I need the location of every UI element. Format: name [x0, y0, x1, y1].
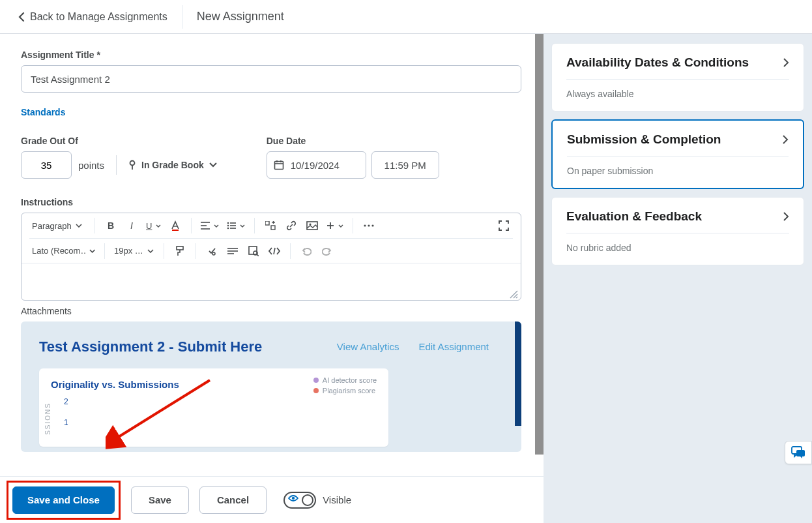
link-button[interactable]: [282, 217, 300, 235]
due-date-label: Due Date: [267, 136, 439, 146]
add-dropdown[interactable]: [324, 222, 346, 230]
due-time-input[interactable]: 11:59 PM: [371, 151, 439, 179]
preview-button[interactable]: [244, 242, 263, 260]
svg-point-0: [130, 161, 135, 166]
panel-evaluation-header[interactable]: Evaluation & Feedback: [566, 209, 789, 233]
panel-availability-header[interactable]: Availability Dates & Conditions: [566, 55, 789, 79]
panel-evaluation: Evaluation & Feedback No rubric added: [551, 197, 804, 265]
due-date-group: Due Date 10/19/2024 11:59 PM: [267, 136, 439, 179]
chevron-down-icon: [89, 249, 95, 253]
svg-rect-28: [177, 247, 183, 250]
scrollbar[interactable]: [535, 34, 544, 455]
svg-point-11: [227, 222, 229, 224]
chevron-right-icon: [782, 135, 789, 144]
dot-icon: [313, 388, 319, 393]
align-dropdown[interactable]: [198, 222, 222, 230]
bold-button[interactable]: B: [102, 217, 120, 235]
back-to-assignments-link[interactable]: Back to Manage Assignments: [18, 11, 167, 23]
separator: [191, 218, 192, 233]
save-and-close-button[interactable]: Save and Close: [12, 486, 115, 514]
insert-stuff-button[interactable]: [261, 217, 280, 235]
grade-book-label: In Grade Book: [141, 160, 204, 170]
panel-availability: Availability Dates & Conditions Always a…: [551, 43, 804, 112]
visibility-toggle[interactable]: [283, 492, 316, 509]
svg-line-35: [257, 254, 259, 256]
panel-evaluation-sub: No rubric added: [566, 233, 789, 253]
eye-icon: [288, 494, 298, 502]
panel-submission-sub: On paper submission: [567, 156, 789, 176]
font-size-dropdown[interactable]: 19px …: [111, 246, 157, 256]
accessibility-check-button[interactable]: [203, 242, 221, 260]
chevron-left-icon: [18, 12, 25, 22]
chevron-right-icon: [783, 58, 789, 67]
visibility-toggle-group: Visible: [283, 492, 351, 509]
assignment-title-input[interactable]: [21, 65, 521, 93]
back-label: Back to Manage Assignments: [30, 11, 167, 23]
fullscreen-button[interactable]: [495, 217, 513, 235]
text-color-button[interactable]: [166, 217, 184, 235]
editor-textarea[interactable]: [22, 263, 521, 300]
word-count-button[interactable]: [224, 242, 242, 260]
main-form: Assignment Title * Standards Grade Out O…: [0, 34, 544, 523]
save-button[interactable]: Save: [131, 486, 189, 514]
undo-button[interactable]: [297, 242, 315, 260]
source-code-button[interactable]: [265, 242, 283, 260]
svg-point-13: [227, 228, 229, 230]
svg-point-22: [310, 224, 312, 226]
instructions-label: Instructions: [21, 197, 523, 207]
points-unit: points: [78, 160, 104, 171]
legend-plag-label: Plagiarism score: [323, 387, 375, 395]
svg-rect-2: [274, 162, 283, 170]
cancel-button[interactable]: Cancel: [199, 486, 267, 514]
font-family-dropdown[interactable]: Lato (Recom…: [29, 246, 98, 256]
ytick-2: 2: [64, 397, 68, 406]
panel-submission: Submission & Completion On paper submiss…: [551, 119, 804, 189]
in-grade-book-dropdown[interactable]: In Grade Book: [128, 160, 217, 170]
chart-card: Originality vs. Submissions AI detector …: [39, 368, 388, 447]
panel-evaluation-title: Evaluation & Feedback: [566, 209, 702, 224]
bottom-action-bar: Save and Close Save Cancel Visible: [0, 476, 544, 523]
svg-rect-33: [249, 247, 257, 254]
separator: [353, 218, 353, 233]
italic-button[interactable]: I: [123, 217, 141, 235]
svg-line-37: [510, 291, 517, 298]
standards-link[interactable]: Standards: [21, 107, 65, 117]
grade-out-of-input[interactable]: [21, 151, 72, 179]
chevron-down-icon: [214, 224, 219, 228]
redo-button[interactable]: [318, 242, 336, 260]
panel-availability-sub: Always available: [566, 79, 789, 99]
side-panel-area: Availability Dates & Conditions Always a…: [544, 34, 812, 523]
underline-dropdown[interactable]: U: [143, 221, 164, 231]
view-analytics-link[interactable]: View Analytics: [337, 341, 399, 352]
assignment-title-label: Assignment Title *: [21, 50, 523, 60]
edit-assignment-link[interactable]: Edit Assignment: [418, 341, 489, 352]
attachment-panel: Test Assignment 2 - Submit Here View Ana…: [21, 321, 521, 452]
chevron-down-icon: [209, 162, 217, 168]
due-date-input[interactable]: 10/19/2024: [267, 151, 366, 179]
svg-line-39: [516, 297, 517, 298]
separator: [164, 243, 164, 259]
resize-handle-icon[interactable]: [509, 290, 518, 299]
svg-point-29: [212, 252, 215, 255]
svg-point-25: [364, 224, 366, 226]
chart-legend: AI detector score Plagiarism score: [313, 376, 377, 397]
svg-rect-17: [265, 221, 269, 225]
block-style-dropdown[interactable]: Paragraph: [29, 221, 88, 231]
more-button[interactable]: [360, 217, 378, 235]
panel-submission-header[interactable]: Submission & Completion: [567, 132, 789, 156]
format-painter-button[interactable]: [171, 242, 189, 260]
separator: [290, 243, 291, 259]
chat-help-button[interactable]: [785, 441, 812, 464]
image-button[interactable]: [303, 217, 321, 235]
attachment-scrollbar[interactable]: [515, 321, 521, 426]
chevron-down-icon: [338, 224, 343, 228]
ytick-1: 1: [64, 418, 68, 427]
font-family-label: Lato (Recom…: [32, 246, 85, 256]
list-dropdown[interactable]: [224, 222, 248, 230]
y-axis-label: SSIONS: [44, 402, 51, 435]
toggle-knob: [302, 494, 313, 506]
chevron-down-icon: [240, 224, 245, 228]
divider: [182, 5, 182, 29]
chevron-right-icon: [783, 212, 789, 221]
svg-point-27: [372, 224, 374, 226]
